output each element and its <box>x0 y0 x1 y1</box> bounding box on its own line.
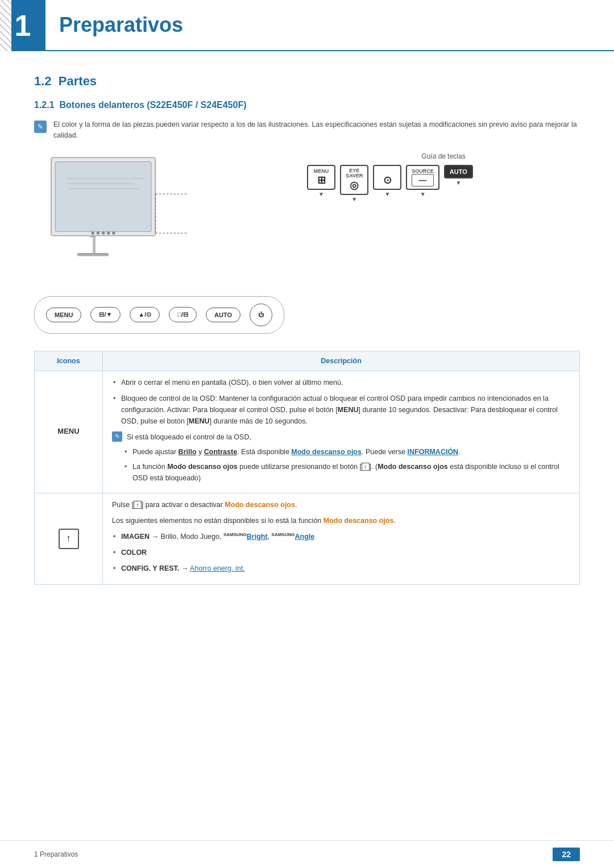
table-note-osd: Si está bloqueado el control de la OSD, <box>112 431 570 443</box>
table-note-icon <box>112 431 122 442</box>
source-front-btn[interactable]: □/⊟ <box>169 307 197 322</box>
uparrow-item-3: CONFIG. Y REST. → Ahorro energ. int. <box>112 563 570 574</box>
uparrow-icon-cell: ↑ <box>35 493 103 584</box>
key-btn-menu: MENU ⊞ ▼ <box>307 165 335 197</box>
front-panel-buttons: MENU ⊟/▼ ▲/⊙ □/⊟ AUTO ⏻ <box>34 296 284 334</box>
adjust-front-btn[interactable]: ⊟/▼ <box>90 307 121 322</box>
stripe-decoration <box>0 0 11 51</box>
menu-sub-item-1: Puede ajustar Brillo y Contraste. Está d… <box>123 446 570 458</box>
key-btn-auto: AUTO ▼ <box>444 165 473 186</box>
content-area: 1.2 Partes 1.2.1 Botones delanteros (S22… <box>0 74 614 619</box>
menu-desc-cell: Abrir o cerrar el menú en pantalla (OSD)… <box>103 371 580 493</box>
section-title: 1.2 Partes <box>34 74 580 89</box>
key-guide-area: Guía de teclas MENU ⊞ ▼ EYESAVER ◎ ▼ <box>307 152 580 203</box>
auto-front-btn[interactable]: AUTO <box>206 308 240 322</box>
key-btn-brightness: ⊙ ▼ <box>373 165 401 197</box>
key-btn-eyesaver: EYESAVER ◎ ▼ <box>340 165 368 203</box>
uparrow-desc-cell: Pulse [↑] para activar o desactivar Modo… <box>103 493 580 584</box>
svg-rect-6 <box>93 237 96 253</box>
footer-page-number: 22 <box>553 848 580 861</box>
menu-item-1: Abrir o cerrar el menú en pantalla (OSD)… <box>112 377 570 388</box>
svg-point-8 <box>92 231 95 235</box>
uparrow-text-1: Pulse [↑] para activar o desactivar Modo… <box>112 499 570 510</box>
chapter-number: 1 <box>15 9 31 43</box>
svg-rect-5 <box>90 235 96 237</box>
info-table: Iconos Descripción MENU Abrir o cerrar e… <box>34 351 580 585</box>
note-text: El color y la forma de las piezas pueden… <box>53 119 580 141</box>
menu-icon-cell: MENU <box>35 371 103 493</box>
key-btn-auto-box: AUTO <box>444 165 473 178</box>
page-footer: 1 Preparativos 22 <box>0 840 614 868</box>
note-box: El color y la forma de las piezas pueden… <box>34 119 580 141</box>
table-note-text: Si está bloqueado el control de la OSD, <box>127 431 251 443</box>
svg-point-10 <box>102 231 105 235</box>
svg-point-9 <box>97 231 100 235</box>
arrow-source: ▼ <box>420 191 426 197</box>
chapter-title: Preparativos <box>59 13 183 37</box>
uparrow-item-2: COLOR <box>112 547 570 558</box>
subsection-title: 1.2.1 Botones delanteros (S22E450F / S24… <box>34 100 580 110</box>
table-header-desc: Descripción <box>103 351 580 371</box>
table-header-icons: Iconos <box>35 351 103 371</box>
uparrow-item-1: IMAGEN → Brillo, Modo Juego, SAMSUNGBrig… <box>112 531 570 542</box>
key-btn-eyesaver-box: EYESAVER ◎ <box>340 165 368 196</box>
key-btn-source: SOURCE — ▼ <box>406 165 439 197</box>
table-row-uparrow: ↑ Pulse [↑] para activar o desactivar Mo… <box>35 493 580 584</box>
key-btn-source-box: SOURCE — <box>406 165 439 190</box>
monitor-illustration: MENU ⊟/▼ ▲/⊙ □/⊟ AUTO ⏻ <box>34 152 284 334</box>
svg-point-11 <box>107 231 110 235</box>
arrow-eyesaver: ▼ <box>351 196 357 202</box>
menu-front-btn[interactable]: MENU <box>46 308 81 322</box>
illustration-area: MENU ⊟/▼ ▲/⊙ □/⊟ AUTO ⏻ Guía de teclas M… <box>34 152 580 334</box>
footer-left: 1 Preparativos <box>34 850 78 858</box>
key-guide-label: Guía de teclas <box>307 152 580 160</box>
menu-sub-bullets: Puede ajustar Brillo y Contraste. Está d… <box>112 446 570 484</box>
svg-point-12 <box>112 231 115 235</box>
uparrow-bullet-list: IMAGEN → Brillo, Modo Juego, SAMSUNGBrig… <box>112 531 570 574</box>
uparrow-icon-box: ↑ <box>59 529 79 549</box>
power-front-btn[interactable]: ⏻ <box>250 304 272 326</box>
uparrow-text-2: Los siguientes elementos no están dispon… <box>112 515 570 526</box>
up-front-btn[interactable]: ▲/⊙ <box>130 307 160 322</box>
monitor-svg <box>34 152 193 277</box>
key-btn-brightness-box: ⊙ <box>373 165 401 190</box>
menu-bullet-list: Abrir o cerrar el menú en pantalla (OSD)… <box>112 377 570 427</box>
arrow-menu: ▼ <box>318 191 324 197</box>
table-row-menu: MENU Abrir o cerrar el menú en pantalla … <box>35 371 580 493</box>
svg-rect-7 <box>77 252 109 256</box>
arrow-brightness: ▼ <box>384 191 390 197</box>
menu-sub-item-2: La función Modo descanso ojos puede util… <box>123 461 570 484</box>
key-btn-menu-box: MENU ⊞ <box>307 165 335 190</box>
menu-item-2: Bloqueo de control de la OSD: Mantener l… <box>112 393 570 427</box>
svg-rect-1 <box>55 161 151 231</box>
chapter-header: 1 Preparativos <box>0 0 614 51</box>
chapter-title-block: Preparativos <box>45 0 614 51</box>
note-icon <box>34 121 47 133</box>
arrow-auto: ▼ <box>455 180 461 186</box>
